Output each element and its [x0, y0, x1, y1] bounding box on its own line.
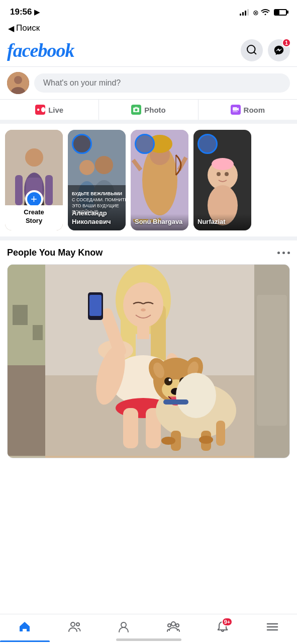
friends-icon [68, 620, 81, 636]
photo-label: Photo [144, 106, 166, 114]
status-time: 19:56 ▶ [10, 7, 40, 17]
more-dot-1 [277, 252, 280, 254]
live-label: Live [48, 106, 63, 114]
nav-home[interactable] [0, 614, 50, 642]
svg-point-77 [164, 377, 172, 385]
svg-point-93 [76, 623, 79, 626]
svg-rect-63 [89, 295, 102, 316]
svg-point-79 [169, 379, 171, 381]
pymk-card-left[interactable] [8, 265, 45, 458]
facebook-logo: facebook [7, 39, 74, 61]
messenger-badge: 1 [282, 38, 291, 47]
svg-point-43 [217, 172, 221, 176]
pymk-more-button[interactable] [277, 252, 290, 254]
svg-rect-17 [15, 175, 23, 205]
svg-point-7 [135, 109, 138, 111]
location-icon: ▶ [34, 8, 40, 16]
svg-point-42 [212, 158, 234, 170]
svg-point-1 [14, 76, 22, 84]
bar3 [245, 11, 246, 16]
home-icon [18, 620, 31, 636]
svg-point-89 [199, 436, 213, 444]
action-buttons: Live Photo Room [0, 100, 297, 124]
header: facebook 1 [0, 37, 297, 66]
live-icon [35, 105, 45, 115]
post-composer[interactable]: What's on your mind? [0, 66, 297, 100]
user-avatar [7, 72, 29, 94]
back-label[interactable]: Поиск [16, 23, 40, 33]
svg-rect-18 [45, 175, 53, 205]
svg-point-92 [71, 622, 75, 626]
back-nav[interactable]: ◀ Поиск [0, 22, 297, 37]
story-nurfaziat-label: Nurfaziat [193, 214, 251, 230]
svg-point-4 [37, 109, 40, 111]
svg-point-24 [95, 156, 113, 174]
bar1 [240, 14, 241, 16]
story-nurfaziat[interactable]: Nurfaziat [193, 130, 251, 230]
nav-groups[interactable] [149, 614, 199, 642]
sonu-avatar [135, 134, 155, 154]
bar4 [247, 9, 249, 16]
story-sonu[interactable]: परशुराम जयंती Sonu Bhargava [131, 130, 188, 230]
pymk-card-right[interactable] [254, 265, 289, 458]
svg-point-95 [171, 622, 175, 626]
photo-icon [131, 105, 141, 115]
status-bar: 19:56 ▶ ⊗ [0, 0, 297, 22]
nav-notifications[interactable]: 9+ [198, 614, 248, 642]
svg-point-14 [25, 148, 43, 167]
create-story-card[interactable]: + CreateStory [5, 130, 63, 230]
messenger-button[interactable]: 1 [268, 39, 290, 61]
notifications-badge: 9+ [222, 617, 233, 626]
svg-point-57 [123, 282, 163, 328]
svg-rect-10 [233, 107, 237, 111]
svg-point-88 [161, 437, 175, 445]
svg-text:БУДЬТЕ ВЕЖЛИВЫМИ: БУДЬТЕ ВЕЖЛИВЫМИ [72, 191, 122, 196]
nav-profile[interactable] [99, 614, 149, 642]
profile-icon [117, 620, 130, 636]
pymk-section: People You May Know [0, 240, 297, 458]
home-indicator [116, 638, 181, 641]
signal-bars [240, 9, 249, 16]
svg-point-22 [79, 160, 94, 175]
svg-point-94 [121, 622, 126, 627]
story-aleksandr[interactable]: БУДЬТЕ ВЕЖЛИВЫМИ С СОСЕДАМИ. ПОМНИТЕ: ЭТ… [68, 130, 126, 230]
pymk-header: People You May Know [7, 248, 290, 258]
menu-icon [266, 620, 279, 636]
pymk-card-main[interactable] [45, 265, 254, 458]
more-dot-2 [282, 252, 285, 254]
wifi-icon: ⊗ [253, 8, 270, 17]
svg-point-96 [168, 624, 171, 627]
live-button[interactable]: Live [0, 100, 99, 120]
photo-button[interactable]: Photo [99, 100, 198, 120]
nav-menu[interactable] [248, 614, 298, 642]
stories-section: + CreateStory БУДЬТЕ ВЕЖЛИВЫМИ С СОСЕДАМ… [0, 124, 297, 240]
bar2 [242, 12, 244, 16]
groups-icon [167, 620, 180, 636]
svg-point-58 [141, 308, 146, 311]
back-arrow-icon: ◀ [8, 24, 14, 33]
svg-marker-11 [237, 108, 239, 111]
messenger-icon [273, 45, 284, 56]
svg-point-44 [225, 172, 229, 176]
search-button[interactable] [241, 39, 263, 61]
bottom-spacer [0, 458, 297, 499]
more-dot-3 [287, 252, 290, 254]
stories-row: + CreateStory БУДЬТЕ ВЕЖЛИВЫМИ С СОСЕДАМ… [5, 130, 297, 230]
svg-rect-49 [13, 305, 28, 325]
avatar-inner [7, 72, 29, 94]
svg-point-97 [176, 624, 179, 627]
battery-icon [274, 9, 287, 16]
svg-rect-8 [135, 107, 138, 108]
room-button[interactable]: Room [199, 100, 297, 120]
status-icons: ⊗ [240, 8, 287, 17]
svg-rect-91 [257, 295, 287, 426]
header-icons: 1 [241, 39, 290, 61]
nav-friends[interactable] [50, 614, 100, 642]
nurfaziat-avatar [197, 134, 218, 154]
svg-rect-50 [33, 325, 43, 340]
aleksandr-avatar [72, 134, 92, 154]
create-story-label: CreateStory [5, 205, 63, 230]
room-label: Room [244, 106, 265, 114]
whats-on-mind-input[interactable]: What's on your mind? [34, 73, 290, 93]
battery-fill [275, 10, 279, 15]
